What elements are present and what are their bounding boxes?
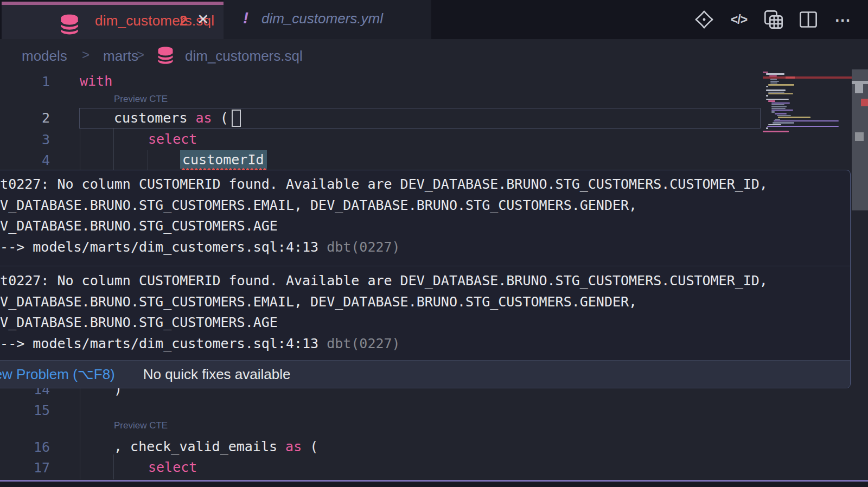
diagnostic-text: DEV_DATABASE.BRUNO.STG_CUSTOMERS.AGE [0, 312, 850, 334]
minimap-code-line [763, 72, 768, 73]
keyword-token: select [148, 131, 197, 147]
error-identifier-token: customerId [182, 152, 264, 168]
no-quick-fixes-text: No quick fixes available [143, 366, 291, 383]
code-line-3[interactable]: select [148, 131, 197, 148]
line-number: 1 [0, 74, 50, 89]
minimap-code-line [766, 95, 768, 96]
code-lens-preview-cte[interactable]: Preview CTE [114, 420, 168, 431]
minimap-code-line [767, 126, 839, 127]
minimap-code-line [771, 108, 786, 109]
minimap-code-line [768, 84, 794, 85]
tab-dim-customers-yml[interactable]: ! dim_customers.yml [224, 0, 431, 39]
diagnostic-location: --> models/marts/dim_customers.sql:4:13 [0, 237, 318, 258]
code-editor[interactable]: 1 with Preview CTE 2 customers as ( 3 se… [0, 71, 868, 480]
split-editor-icon[interactable] [797, 9, 819, 30]
database-icon [156, 46, 175, 67]
view-problem-link[interactable]: View Problem (⌥F8) [0, 366, 115, 383]
overview-mark [855, 84, 863, 93]
identifier-token: , check_valid_emails [114, 439, 277, 454]
minimap-code-line [768, 93, 793, 94]
query-results-icon[interactable] [763, 9, 784, 30]
text-cursor [232, 110, 241, 127]
keyword-token: as [196, 110, 212, 126]
line-number: 15 [0, 402, 50, 418]
tab-problem-count-badge: 2 [180, 13, 187, 29]
minimap-code-line [771, 104, 784, 105]
minimap-code-line [774, 120, 839, 121]
more-actions-icon[interactable]: ⋯ [832, 9, 854, 30]
breadcrumb-item-file[interactable]: dim_customers.sql [185, 48, 303, 65]
diagnostic-source-code: dbt(0227) [318, 336, 400, 351]
tab-dim-customers-sql[interactable]: dim_customers.sql 2 ✕ [2, 2, 224, 39]
minimap-code-line [773, 122, 794, 123]
scrollbar-thumb[interactable] [852, 69, 868, 210]
minimap-code-line [775, 113, 787, 114]
breadcrumb-item-models[interactable]: models [22, 48, 67, 65]
indent-guide [113, 454, 114, 479]
divider [0, 266, 850, 266]
indent-guide [80, 129, 80, 171]
editor-actions: </> ⋯ [693, 0, 854, 39]
indent-guide [80, 388, 80, 479]
code-line-4[interactable]: customerId [182, 151, 264, 168]
minimap-code-line [766, 73, 784, 74]
diagnostic-hover-popup: dbt0227: No column CUSTOMERID found. Ava… [0, 170, 851, 388]
hover-status-bar: View Problem (⌥F8) No quick fixes availa… [0, 360, 850, 388]
minimap-code-line [771, 102, 790, 104]
code-line-2[interactable]: customers as ( [114, 110, 228, 126]
tab-label: dim_customers.yml [261, 10, 383, 27]
tab-bar: dim_customers.sql 2 ✕ ! dim_customers.ym… [0, 0, 868, 39]
line-number: 17 [0, 460, 50, 476]
minimap-code-line [778, 117, 810, 118]
dbt-power-user-icon[interactable] [693, 9, 715, 30]
chevron-right-icon: > [82, 47, 90, 62]
overview-mark [855, 132, 864, 141]
keyword-token: select [148, 459, 197, 475]
line-number: 3 [0, 132, 50, 148]
code-lens-preview-cte[interactable]: Preview CTE [114, 94, 168, 105]
minimap-code-line [771, 110, 793, 111]
minimap-code-line [775, 119, 780, 120]
minimap-code-line [766, 86, 768, 87]
diagnostic-message: dbt0227: No column CUSTOMERID found. Ava… [0, 271, 850, 354]
line-number: 16 [0, 439, 50, 455]
indent-guide [113, 129, 114, 171]
minimap-code-line [771, 106, 787, 107]
diagnostic-text: dbt0227: No column CUSTOMERID found. Ava… [0, 174, 850, 195]
diagnostic-message: dbt0227: No column CUSTOMERID found. Ava… [0, 174, 850, 258]
minimap-code-line [770, 81, 779, 82]
code-line-1[interactable]: with [80, 73, 112, 89]
minimap-code-line [768, 124, 781, 125]
minimap-code-line [769, 75, 777, 76]
minimap-code-line [771, 111, 775, 112]
breadcrumb-item-marts[interactable]: marts [103, 48, 138, 65]
minimap-code-line [766, 127, 768, 129]
keyword-token: as [285, 439, 302, 454]
minimap-error-line [763, 76, 852, 79]
diagnostic-text: DEV_DATABASE.BRUNO.STG_CUSTOMERS.EMAIL, … [0, 195, 850, 216]
minimap-code-line [770, 82, 777, 84]
line-number-active: 2 [0, 110, 50, 126]
keyword-token: with [80, 73, 112, 89]
indent-guide [148, 150, 148, 171]
breadcrumb: models > marts > dim_customers.sql [0, 39, 868, 71]
minimap-code-line [768, 92, 784, 93]
minimap-code-line [763, 131, 789, 132]
bracket-token: ( [302, 439, 318, 454]
diagnostic-text: DEV_DATABASE.BRUNO.STG_CUSTOMERS.EMAIL, … [0, 292, 850, 313]
identifier-token: customers [114, 110, 187, 126]
panel-divider [0, 480, 868, 482]
diagnostic-location: --> models/marts/dim_customers.sql:4:13 [0, 334, 318, 355]
close-icon[interactable]: ✕ [197, 11, 209, 28]
minimap-code-line [768, 100, 775, 101]
warning-exclamation-icon: ! [243, 9, 248, 27]
code-line-16[interactable]: , check_valid_emails as ( [114, 438, 318, 455]
minimap-code-line [766, 99, 789, 100]
diagnostic-source-code: dbt(0227) [318, 239, 400, 255]
code-line-17[interactable]: select [148, 459, 197, 476]
minimap-code-line [777, 115, 791, 116]
compiled-code-icon[interactable]: </> [728, 9, 750, 30]
diagnostic-text: DEV_DATABASE.BRUNO.STG_CUSTOMERS.AGE [0, 216, 850, 237]
bracket-token: ( [220, 110, 228, 126]
overview-error-mark [861, 99, 868, 106]
